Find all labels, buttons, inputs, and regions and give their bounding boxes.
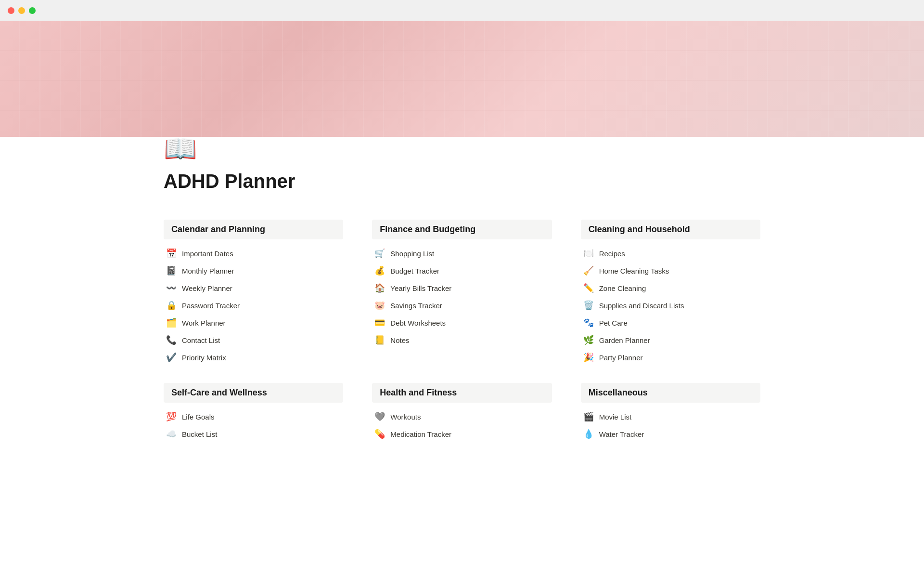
item-icon: 🧹 xyxy=(583,265,594,276)
list-item[interactable]: ☁️Bucket List xyxy=(164,428,343,440)
item-icon: ✔️ xyxy=(166,352,177,363)
list-item[interactable]: 🎬Movie List xyxy=(581,410,760,423)
item-icon: 📞 xyxy=(166,335,177,345)
item-label: Life Goals xyxy=(182,413,215,421)
list-item[interactable]: 🔒Password Tracker xyxy=(164,299,343,312)
item-label: Yearly Bills Tracker xyxy=(390,284,451,292)
hero-banner xyxy=(0,21,924,137)
item-icon: 🩶 xyxy=(374,411,385,422)
item-label: Pet Care xyxy=(599,319,628,327)
list-item[interactable]: 💯Life Goals xyxy=(164,410,343,423)
item-icon: 🎉 xyxy=(583,352,594,363)
section-calendar-planning: Calendar and Planning📅Important Dates📓Mo… xyxy=(164,220,343,364)
item-label: Notes xyxy=(390,336,409,344)
section-miscellaneous: Miscellaneous🎬Movie List💧Water Tracker xyxy=(581,383,760,440)
item-label: Work Planner xyxy=(182,319,226,327)
close-button[interactable] xyxy=(8,7,14,14)
list-item[interactable]: 📓Monthly Planner xyxy=(164,264,343,277)
item-label: Movie List xyxy=(599,413,632,421)
item-label: Shopping List xyxy=(390,250,434,258)
section-items-self-care-wellness: 💯Life Goals☁️Bucket List xyxy=(164,410,343,440)
item-label: Weekly Planner xyxy=(182,284,232,292)
list-item[interactable]: 🐷Savings Tracker xyxy=(372,299,552,312)
item-label: Savings Tracker xyxy=(390,302,442,310)
item-icon: 🏠 xyxy=(374,283,385,293)
minimize-button[interactable] xyxy=(18,7,25,14)
item-icon: 📒 xyxy=(374,335,385,345)
section-items-cleaning-household: 🍽️Recipes🧹Home Cleaning Tasks✏️Zone Clea… xyxy=(581,247,760,364)
item-icon: 🐾 xyxy=(583,317,594,328)
list-item[interactable]: 🐾Pet Care xyxy=(581,316,760,329)
item-label: Medication Tracker xyxy=(390,430,451,438)
item-label: Home Cleaning Tasks xyxy=(599,267,669,275)
section-cleaning-household: Cleaning and Household🍽️Recipes🧹Home Cle… xyxy=(581,220,760,364)
window-chrome xyxy=(0,0,924,21)
item-label: Workouts xyxy=(390,413,421,421)
item-icon: 💯 xyxy=(166,411,177,422)
list-item[interactable]: ✔️Priority Matrix xyxy=(164,351,343,364)
item-icon: 🔒 xyxy=(166,300,177,311)
list-item[interactable]: 📅Important Dates xyxy=(164,247,343,260)
section-items-finance-budgeting: 🛒Shopping List💰Budget Tracker🏠Yearly Bil… xyxy=(372,247,552,346)
section-header-miscellaneous: Miscellaneous xyxy=(581,383,760,403)
list-item[interactable]: 🛒Shopping List xyxy=(372,247,552,260)
section-header-cleaning-household: Cleaning and Household xyxy=(581,220,760,239)
item-label: Party Planner xyxy=(599,354,643,362)
list-item[interactable]: 🗑️Supplies and Discard Lists xyxy=(581,299,760,312)
section-header-calendar-planning: Calendar and Planning xyxy=(164,220,343,239)
section-header-health-fitness: Health and Fitness xyxy=(372,383,552,403)
section-items-miscellaneous: 🎬Movie List💧Water Tracker xyxy=(581,410,760,440)
item-label: Password Tracker xyxy=(182,302,240,310)
item-icon: 📅 xyxy=(166,248,177,259)
list-item[interactable]: 📞Contact List xyxy=(164,334,343,346)
list-item[interactable]: 🩶Workouts xyxy=(372,410,552,423)
item-icon: 🗂️ xyxy=(166,317,177,328)
item-label: Zone Cleaning xyxy=(599,284,646,292)
item-label: Contact List xyxy=(182,336,220,344)
section-items-health-fitness: 🩶Workouts💊Medication Tracker xyxy=(372,410,552,440)
item-icon: 🐷 xyxy=(374,300,385,311)
item-icon: 🎬 xyxy=(583,411,594,422)
item-icon: ✏️ xyxy=(583,283,594,293)
list-item[interactable]: 🌿Garden Planner xyxy=(581,334,760,346)
item-icon: 🍽️ xyxy=(583,248,594,259)
list-item[interactable]: 📒Notes xyxy=(372,334,552,346)
list-item[interactable]: 〰️Weekly Planner xyxy=(164,282,343,294)
section-health-fitness: Health and Fitness🩶Workouts💊Medication T… xyxy=(372,383,552,440)
section-finance-budgeting: Finance and Budgeting🛒Shopping List💰Budg… xyxy=(372,220,552,364)
item-icon: 🛒 xyxy=(374,248,385,259)
list-item[interactable]: 💳Debt Worksheets xyxy=(372,316,552,329)
item-icon: 💊 xyxy=(374,429,385,439)
section-header-finance-budgeting: Finance and Budgeting xyxy=(372,220,552,239)
list-item[interactable]: 🧹Home Cleaning Tasks xyxy=(581,264,760,277)
item-icon: 📓 xyxy=(166,265,177,276)
item-icon: 💧 xyxy=(583,429,594,439)
item-label: Debt Worksheets xyxy=(390,319,446,327)
title-divider xyxy=(164,204,760,204)
item-label: Recipes xyxy=(599,250,625,258)
item-label: Important Dates xyxy=(182,250,233,258)
item-label: Garden Planner xyxy=(599,336,650,344)
item-label: Priority Matrix xyxy=(182,354,226,362)
item-label: Supplies and Discard Lists xyxy=(599,302,684,310)
item-icon: 🗑️ xyxy=(583,300,594,311)
section-header-self-care-wellness: Self-Care and Wellness xyxy=(164,383,343,403)
list-item[interactable]: 🏠Yearly Bills Tracker xyxy=(372,282,552,294)
list-item[interactable]: 💰Budget Tracker xyxy=(372,264,552,277)
item-icon: 🌿 xyxy=(583,335,594,345)
list-item[interactable]: 🍽️Recipes xyxy=(581,247,760,260)
item-label: Water Tracker xyxy=(599,430,644,438)
item-icon: 💰 xyxy=(374,265,385,276)
page-title: ADHD Planner xyxy=(164,171,760,192)
item-label: Monthly Planner xyxy=(182,267,234,275)
page-icon: 📖 xyxy=(164,123,760,165)
item-label: Bucket List xyxy=(182,430,217,438)
list-item[interactable]: 💊Medication Tracker xyxy=(372,428,552,440)
maximize-button[interactable] xyxy=(29,7,36,14)
list-item[interactable]: 🎉Party Planner xyxy=(581,351,760,364)
list-item[interactable]: 💧Water Tracker xyxy=(581,428,760,440)
list-item[interactable]: 🗂️Work Planner xyxy=(164,316,343,329)
page-content: 📖 ADHD Planner Calendar and Planning📅Imp… xyxy=(125,123,799,469)
list-item[interactable]: ✏️Zone Cleaning xyxy=(581,282,760,294)
section-items-calendar-planning: 📅Important Dates📓Monthly Planner〰️Weekly… xyxy=(164,247,343,364)
